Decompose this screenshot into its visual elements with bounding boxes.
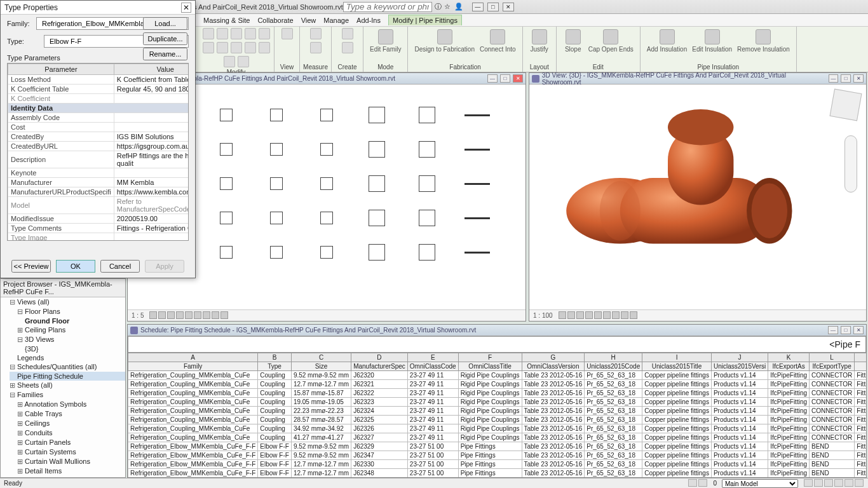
table-row[interactable]: Refrigeration_Coupling_MMKembla_CuFeCoup… xyxy=(128,407,867,416)
search-input[interactable] xyxy=(343,2,432,12)
justify-button[interactable]: Justify xyxy=(527,28,552,54)
component-thumb[interactable] xyxy=(304,138,349,161)
cancel-button[interactable]: Cancel xyxy=(100,260,140,273)
tree-item[interactable]: Legends xyxy=(10,353,125,362)
view-max-button[interactable]: □ xyxy=(841,326,851,334)
view-max-button[interactable]: □ xyxy=(841,74,851,83)
rename-button[interactable]: Rename... xyxy=(143,48,187,60)
design-to-fabrication-button[interactable]: Design to Fabrication xyxy=(412,28,477,54)
view-min-button[interactable]: — xyxy=(829,74,839,83)
floor-scale[interactable]: 1 : 5 xyxy=(132,312,144,319)
view-controls[interactable] xyxy=(149,311,229,320)
component-thumb[interactable] xyxy=(203,172,248,195)
tab-addins[interactable]: Add-Ins xyxy=(356,17,381,24)
user-icon[interactable]: 👤 xyxy=(454,3,463,11)
tree-item[interactable]: Ceiling Plans xyxy=(10,325,125,335)
component-thumb[interactable] xyxy=(455,241,500,264)
tab-collaborate[interactable]: Collaborate xyxy=(257,17,293,24)
minimize-button[interactable]: — xyxy=(472,3,484,11)
component-thumb[interactable] xyxy=(254,138,299,161)
table-row[interactable]: Refrigeration_Elbow_MMKembla_CuFe_F-FElb… xyxy=(128,469,867,478)
component-thumb[interactable] xyxy=(254,104,299,126)
component-thumb[interactable] xyxy=(304,172,349,195)
component-thumb[interactable] xyxy=(254,241,299,264)
component-thumb[interactable] xyxy=(355,172,400,195)
tab-view[interactable]: View xyxy=(301,17,316,24)
component-thumb[interactable] xyxy=(355,138,400,161)
tab-manage[interactable]: Manage xyxy=(323,17,349,24)
cap-open-ends-button[interactable]: Cap Open Ends xyxy=(586,28,636,54)
table-row[interactable]: Refrigeration_Elbow_MMKembla_CuFe_F-FElb… xyxy=(128,442,867,451)
table-row[interactable]: Refrigeration_Coupling_MMKembla_CuFeCoup… xyxy=(128,389,867,398)
component-thumb[interactable] xyxy=(405,138,450,161)
component-thumb[interactable] xyxy=(254,172,299,195)
close-button[interactable]: ✕ xyxy=(503,3,514,11)
status-icons[interactable] xyxy=(688,479,708,488)
load-button[interactable]: Load... xyxy=(143,17,187,30)
view-close-button[interactable]: ✕ xyxy=(853,326,864,334)
component-thumb[interactable] xyxy=(455,172,500,195)
slope-button[interactable]: Slope xyxy=(560,28,586,54)
duplicate-button[interactable]: Duplicate... xyxy=(143,32,187,45)
tree-item[interactable]: Curtain Wall Mullions xyxy=(10,457,125,466)
view-controls[interactable] xyxy=(558,311,638,320)
component-thumb[interactable] xyxy=(405,104,450,126)
view-close-button[interactable]: ✕ xyxy=(513,74,523,83)
tree-item[interactable]: Cable Trays xyxy=(10,409,125,419)
tree-item[interactable]: Curtain Systems xyxy=(10,447,125,457)
star-icon[interactable]: ☆ xyxy=(444,3,451,11)
project-browser[interactable]: Project Browser - IGS_MMKembla-RefHP CuF… xyxy=(0,278,126,478)
view-close-button[interactable]: ✕ xyxy=(853,74,864,83)
component-thumb[interactable] xyxy=(203,241,248,264)
view-max-button[interactable]: □ xyxy=(500,74,510,83)
table-row[interactable]: Refrigeration_Coupling_MMKembla_CuFeCoup… xyxy=(128,424,867,433)
table-row[interactable]: Refrigeration_Coupling_MMKembla_CuFeCoup… xyxy=(128,398,867,407)
edit-family-button[interactable]: Edit Family xyxy=(367,28,403,54)
component-thumb[interactable] xyxy=(304,104,349,126)
tree-item[interactable]: Curtain Panels xyxy=(10,438,125,447)
tab-massing[interactable]: Massing & Site xyxy=(203,17,250,24)
tree-item[interactable]: {3D} xyxy=(10,344,125,353)
view-min-button[interactable]: — xyxy=(487,74,498,83)
schedule-table[interactable]: ABCDEFGHIJKL FamilyTypeSizeManufacturerS… xyxy=(128,353,866,477)
table-row[interactable]: Refrigeration_Elbow_MMKembla_CuFe_F-FElb… xyxy=(128,451,867,460)
tree-item[interactable]: Schedules/Quantities (all) xyxy=(10,362,125,372)
table-row[interactable]: Refrigeration_Elbow_MMKembla_CuFe_F-FElb… xyxy=(128,460,867,469)
tree-item[interactable]: 3D Views xyxy=(10,335,125,344)
dialog-close-button[interactable]: ✕ xyxy=(181,3,191,13)
component-thumb[interactable] xyxy=(203,104,248,126)
component-thumb[interactable] xyxy=(455,207,500,229)
add-insulation-button[interactable]: Add Insulation xyxy=(644,28,689,54)
tree-item[interactable]: Detail Items xyxy=(10,466,125,476)
tree-item[interactable]: Ceilings xyxy=(10,419,125,428)
tree-item[interactable]: Families xyxy=(10,390,125,400)
info-icon[interactable]: ⓘ xyxy=(435,2,442,11)
parameters-table[interactable]: ParameterValue Loss MethodK Coefficient … xyxy=(7,63,189,241)
workset-select[interactable]: Main Model xyxy=(722,479,798,488)
status-icons-right[interactable] xyxy=(803,479,864,488)
table-row[interactable]: Refrigeration_Coupling_MMKembla_CuFeCoup… xyxy=(128,433,867,442)
component-thumb[interactable] xyxy=(304,207,349,229)
tree-item[interactable]: Views (all) xyxy=(10,297,125,307)
col-parameter[interactable]: Parameter xyxy=(8,64,114,75)
component-thumb[interactable] xyxy=(203,138,248,161)
schedule-view[interactable]: Schedule: Pipe Fitting Schedule - IGS_MM… xyxy=(127,324,867,478)
component-thumb[interactable] xyxy=(405,207,450,229)
component-thumb[interactable] xyxy=(355,207,400,229)
view-min-button[interactable]: — xyxy=(828,326,838,334)
connect-into-button[interactable]: Connect Into xyxy=(477,28,519,54)
3d-view[interactable]: 3D View: {3D} - IGS_MMKembla-RefHP CuFe … xyxy=(529,72,867,322)
tree-item[interactable]: Ground Floor xyxy=(10,316,125,325)
table-row[interactable]: Refrigeration_Coupling_MMKembla_CuFeCoup… xyxy=(128,371,867,380)
tab-modify-pipe-fittings[interactable]: Modify | Pipe Fittings xyxy=(388,15,462,25)
component-thumb[interactable] xyxy=(455,104,500,126)
3d-scale[interactable]: 1 : 100 xyxy=(533,312,553,319)
tree-item[interactable]: Sheets (all) xyxy=(10,381,125,390)
component-thumb[interactable] xyxy=(355,104,400,126)
ok-button[interactable]: OK xyxy=(56,260,95,273)
component-thumb[interactable] xyxy=(254,207,299,229)
component-thumb[interactable] xyxy=(355,241,400,264)
remove-insulation-button[interactable]: Remove Insulation xyxy=(735,28,792,54)
component-thumb[interactable] xyxy=(405,172,450,195)
table-row[interactable]: Refrigeration_Coupling_MMKembla_CuFeCoup… xyxy=(128,416,867,424)
